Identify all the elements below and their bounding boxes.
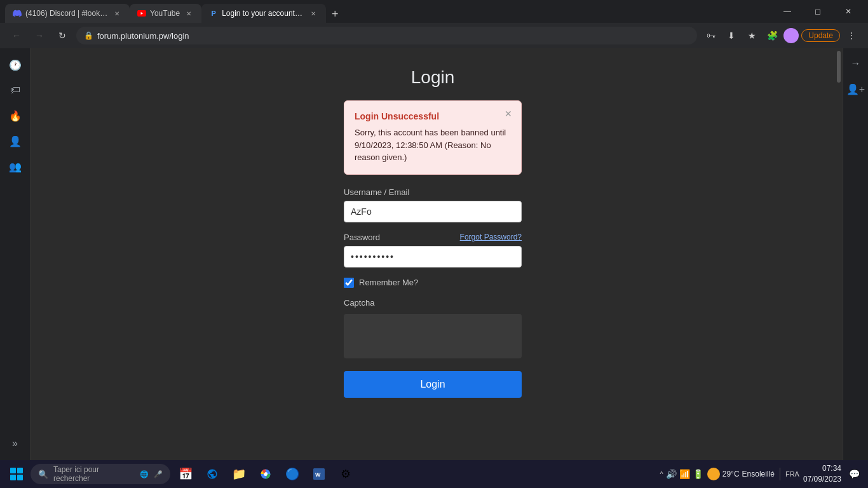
tab-plutonium-title: Login to your account | Plutoniu	[222, 9, 304, 18]
forgot-password-link[interactable]: Forgot Password?	[460, 233, 522, 241]
back-button[interactable]: ←	[8, 27, 25, 44]
download-icon[interactable]: ⬇	[722, 27, 740, 44]
username-group: Username / Email	[344, 187, 522, 222]
tab-strip: (4106) Discord | #looking-for-ga ✕ YouTu…	[5, 0, 765, 23]
username-input[interactable]	[344, 201, 522, 222]
discord-favicon	[13, 9, 22, 18]
bookmark-icon[interactable]: ★	[743, 27, 761, 44]
scrollbar[interactable]	[835, 48, 843, 460]
main-layout: 🕐 🏷 🔥 👤 👥 » Login Login Unsuccessful Sor…	[0, 48, 868, 460]
clock-time: 07:34	[803, 463, 841, 474]
refresh-button[interactable]: ↻	[53, 27, 71, 44]
login-form: Username / Email Password Forgot Passwor…	[344, 187, 522, 398]
tab-plutonium[interactable]: P Login to your account | Plutoniu ✕	[201, 4, 326, 23]
minimize-button[interactable]: —	[773, 0, 802, 23]
url-bar-actions: 🗝 ⬇ ★ 🧩 Update ⋮	[702, 27, 860, 44]
new-tab-button[interactable]: +	[326, 5, 344, 23]
right-sidebar: → 👤+	[843, 48, 868, 460]
tab-youtube-title: YouTube	[150, 9, 180, 18]
add-user-icon[interactable]: 👤+	[846, 79, 866, 99]
sidebar-users-icon[interactable]: 👥	[4, 155, 27, 178]
username-label-row: Username / Email	[344, 187, 522, 197]
language-label: FRA	[785, 470, 799, 478]
login-icon[interactable]: →	[846, 53, 866, 74]
restore-button[interactable]: ◻	[803, 0, 832, 23]
remember-row: Remember Me?	[344, 278, 522, 288]
error-close-button[interactable]: ✕	[502, 107, 515, 120]
lock-icon: 🔒	[84, 31, 93, 40]
taskbar-microsoft-app[interactable]: 🔵	[280, 461, 305, 487]
taskbar-word-app[interactable]: W	[306, 461, 332, 487]
sidebar-expand-icon[interactable]: »	[4, 432, 27, 455]
notification-button[interactable]: 💬	[845, 465, 863, 483]
captcha-label: Captcha	[344, 298, 522, 308]
remember-checkbox[interactable]	[344, 278, 354, 288]
key-icon[interactable]: 🗝	[702, 27, 720, 44]
error-alert: Login Unsuccessful Sorry, this account h…	[344, 100, 522, 175]
taskbar: 🔍 Taper ici pour rechercher 🌐 🎤 📅 📁 🔵 W …	[0, 460, 868, 488]
system-tray: ^ 🔊 📶 🔋	[660, 469, 703, 479]
weather-temp: 29°C	[722, 470, 740, 478]
sidebar-user-icon[interactable]: 👤	[4, 130, 27, 152]
clock-date: 07/09/2023	[803, 474, 841, 485]
menu-icon[interactable]: ⋮	[843, 27, 860, 44]
close-button[interactable]: ✕	[834, 0, 863, 23]
weather-sun-icon	[707, 468, 720, 480]
tab-discord[interactable]: (4106) Discord | #looking-for-ga ✕	[5, 4, 130, 23]
taskbar-calendar-app[interactable]: 📅	[173, 461, 198, 487]
sidebar-tags-icon[interactable]: 🏷	[4, 79, 27, 102]
clock: 07:34 07/09/2023	[803, 463, 841, 485]
windows-icon	[10, 468, 23, 480]
password-label: Password	[344, 233, 380, 242]
language-display: FRA	[785, 470, 799, 478]
tab-youtube[interactable]: YouTube ✕	[130, 4, 201, 23]
taskbar-folder-app[interactable]: 📁	[226, 461, 252, 487]
sidebar-trending-icon[interactable]: 🔥	[4, 104, 27, 127]
svg-text:W: W	[315, 471, 321, 478]
password-group: Password Forgot Password?	[344, 233, 522, 268]
address-bar: ← → ↻ 🔒 forum.plutonium.pw/login 🗝 ⬇ ★ 🧩…	[0, 23, 868, 48]
tab-plutonium-close[interactable]: ✕	[308, 8, 318, 18]
login-button[interactable]: Login	[344, 371, 522, 398]
taskbar-search[interactable]: 🔍 Taper ici pour rechercher 🌐 🎤	[31, 464, 170, 484]
error-title: Login Unsuccessful	[355, 111, 511, 121]
taskbar-settings-app[interactable]: ⚙	[333, 461, 358, 487]
taskbar-chrome-app[interactable]	[253, 461, 278, 487]
titlebar: (4106) Discord | #looking-for-ga ✕ YouTu…	[0, 0, 868, 23]
left-sidebar: 🕐 🏷 🔥 👤 👥 »	[0, 48, 31, 460]
tab-discord-title: (4106) Discord | #looking-for-ga	[25, 9, 108, 18]
extension-icon[interactable]: 🧩	[763, 27, 781, 44]
username-label: Username / Email	[344, 187, 409, 197]
update-button[interactable]: Update	[801, 29, 840, 42]
taskbar-right: ^ 🔊 📶 🔋 29°C Ensoleillé FRA 07:34 07/09/…	[660, 463, 863, 485]
search-placeholder: Taper ici pour rechercher	[53, 465, 135, 483]
page-title: Login	[411, 67, 455, 88]
url-bar[interactable]: 🔒 forum.plutonium.pw/login	[76, 27, 697, 44]
taskbar-pinned-apps: 📅 📁 🔵 W ⚙	[173, 461, 658, 487]
profile-avatar[interactable]	[783, 28, 799, 43]
window-controls: — ◻ ✕	[773, 0, 863, 23]
page-content: Login Login Unsuccessful Sorry, this acc…	[31, 48, 835, 460]
taskbar-edge-app[interactable]	[200, 461, 225, 487]
plutonium-favicon: P	[209, 9, 218, 18]
url-text: forum.plutonium.pw/login	[97, 31, 189, 41]
scroll-thumb[interactable]	[837, 51, 841, 83]
password-label-row: Password Forgot Password?	[344, 233, 522, 242]
start-button[interactable]	[5, 463, 28, 485]
sidebar-history-icon[interactable]: 🕐	[4, 53, 27, 76]
error-body: Sorry, this account has been banned unti…	[355, 126, 511, 164]
remember-label: Remember Me?	[359, 278, 418, 287]
youtube-favicon	[137, 9, 146, 18]
weather-widget: 29°C Ensoleillé	[707, 468, 775, 480]
captcha-area	[344, 314, 522, 358]
tab-youtube-close[interactable]: ✕	[184, 8, 194, 18]
password-input[interactable]	[344, 246, 522, 268]
forward-button[interactable]: →	[31, 27, 48, 44]
weather-condition: Ensoleillé	[742, 470, 775, 478]
tab-discord-close[interactable]: ✕	[112, 8, 122, 18]
tray-divider	[780, 468, 780, 480]
